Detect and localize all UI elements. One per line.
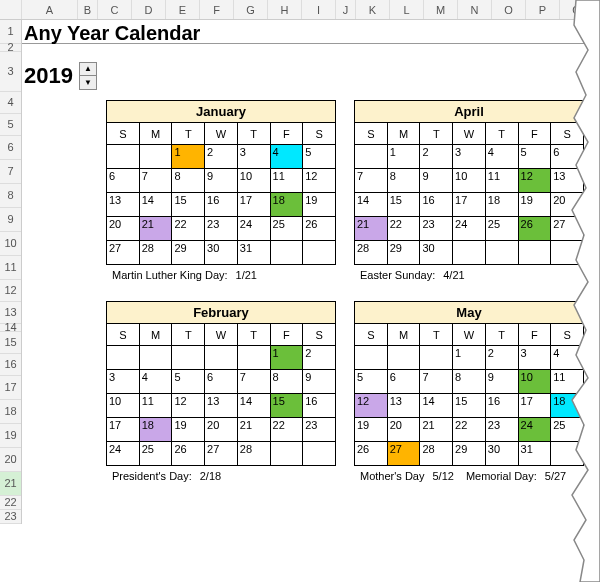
day-cell[interactable]: 7 bbox=[237, 370, 270, 394]
day-cell[interactable]: 20 bbox=[107, 217, 140, 241]
day-cell[interactable]: 15 bbox=[172, 193, 205, 217]
row-header[interactable]: 11 bbox=[0, 256, 21, 280]
day-cell[interactable]: 18 bbox=[551, 394, 584, 418]
day-cell[interactable]: 25 bbox=[485, 217, 518, 241]
day-cell[interactable] bbox=[303, 442, 336, 466]
day-cell[interactable]: 2 bbox=[205, 145, 238, 169]
day-cell[interactable]: 10 bbox=[518, 370, 551, 394]
day-cell[interactable]: 23 bbox=[420, 217, 453, 241]
day-cell[interactable]: 14 bbox=[420, 394, 453, 418]
day-cell[interactable] bbox=[237, 346, 270, 370]
day-cell[interactable]: 15 bbox=[270, 394, 303, 418]
day-cell[interactable]: 20 bbox=[205, 418, 238, 442]
day-cell[interactable]: 17 bbox=[518, 394, 551, 418]
day-cell[interactable]: 6 bbox=[387, 370, 420, 394]
day-cell[interactable]: 6 bbox=[205, 370, 238, 394]
day-cell[interactable]: 27 bbox=[387, 442, 420, 466]
row-header[interactable]: 5 bbox=[0, 114, 21, 136]
day-cell[interactable]: 1 bbox=[387, 145, 420, 169]
day-cell[interactable]: 22 bbox=[172, 217, 205, 241]
row-header[interactable]: 4 bbox=[0, 92, 21, 114]
day-cell[interactable]: 5 bbox=[303, 145, 336, 169]
day-cell[interactable]: 6 bbox=[107, 169, 140, 193]
day-cell[interactable]: 28 bbox=[420, 442, 453, 466]
day-cell[interactable]: 10 bbox=[237, 169, 270, 193]
day-cell[interactable]: 21 bbox=[355, 217, 388, 241]
day-cell[interactable]: 31 bbox=[518, 442, 551, 466]
day-cell[interactable]: 16 bbox=[205, 193, 238, 217]
row-header[interactable]: 19 bbox=[0, 424, 21, 448]
day-cell[interactable]: 16 bbox=[303, 394, 336, 418]
day-cell[interactable]: 13 bbox=[387, 394, 420, 418]
day-cell[interactable]: 28 bbox=[237, 442, 270, 466]
day-cell[interactable]: 4 bbox=[270, 145, 303, 169]
column-header[interactable]: E bbox=[166, 0, 200, 19]
day-cell[interactable]: 20 bbox=[387, 418, 420, 442]
day-cell[interactable]: 23 bbox=[303, 418, 336, 442]
row-header[interactable]: 16 bbox=[0, 354, 21, 376]
day-cell[interactable]: 22 bbox=[270, 418, 303, 442]
day-cell[interactable] bbox=[355, 346, 388, 370]
row-header[interactable]: 6 bbox=[0, 136, 21, 160]
column-header[interactable]: Q bbox=[560, 0, 594, 19]
day-cell[interactable]: 8 bbox=[270, 370, 303, 394]
day-cell[interactable]: 13 bbox=[551, 169, 584, 193]
day-cell[interactable] bbox=[551, 442, 584, 466]
day-cell[interactable]: 18 bbox=[139, 418, 172, 442]
day-cell[interactable]: 23 bbox=[485, 418, 518, 442]
day-cell[interactable]: 5 bbox=[172, 370, 205, 394]
day-cell[interactable]: 19 bbox=[355, 418, 388, 442]
day-cell[interactable]: 1 bbox=[172, 145, 205, 169]
day-cell[interactable]: 20 bbox=[551, 193, 584, 217]
day-cell[interactable]: 27 bbox=[551, 217, 584, 241]
day-cell[interactable]: 22 bbox=[453, 418, 486, 442]
day-cell[interactable]: 25 bbox=[139, 442, 172, 466]
day-cell[interactable]: 27 bbox=[205, 442, 238, 466]
day-cell[interactable]: 12 bbox=[518, 169, 551, 193]
column-header[interactable]: K bbox=[356, 0, 390, 19]
day-cell[interactable]: 19 bbox=[303, 193, 336, 217]
day-cell[interactable] bbox=[205, 346, 238, 370]
day-cell[interactable]: 9 bbox=[420, 169, 453, 193]
day-cell[interactable]: 8 bbox=[172, 169, 205, 193]
day-cell[interactable] bbox=[139, 145, 172, 169]
row-header[interactable]: 14 bbox=[0, 324, 21, 332]
spinner-up-button[interactable]: ▲ bbox=[80, 63, 96, 76]
row-header[interactable]: 3 bbox=[0, 52, 21, 92]
column-header[interactable]: M bbox=[424, 0, 458, 19]
day-cell[interactable] bbox=[518, 241, 551, 265]
column-header[interactable]: I bbox=[302, 0, 336, 19]
column-header[interactable]: A bbox=[22, 0, 78, 19]
row-header[interactable]: 12 bbox=[0, 280, 21, 302]
day-cell[interactable]: 16 bbox=[420, 193, 453, 217]
day-cell[interactable]: 12 bbox=[303, 169, 336, 193]
day-cell[interactable]: 21 bbox=[420, 418, 453, 442]
column-header[interactable]: G bbox=[234, 0, 268, 19]
column-header[interactable]: H bbox=[268, 0, 302, 19]
day-cell[interactable]: 11 bbox=[551, 370, 584, 394]
day-cell[interactable] bbox=[107, 346, 140, 370]
day-cell[interactable]: 31 bbox=[237, 241, 270, 265]
day-cell[interactable]: 17 bbox=[237, 193, 270, 217]
day-cell[interactable]: 4 bbox=[139, 370, 172, 394]
day-cell[interactable]: 29 bbox=[453, 442, 486, 466]
day-cell[interactable]: 14 bbox=[139, 193, 172, 217]
day-cell[interactable] bbox=[551, 241, 584, 265]
day-cell[interactable]: 5 bbox=[355, 370, 388, 394]
day-cell[interactable] bbox=[387, 346, 420, 370]
row-header[interactable]: 21 bbox=[0, 472, 21, 496]
day-cell[interactable]: 2 bbox=[420, 145, 453, 169]
day-cell[interactable]: 29 bbox=[172, 241, 205, 265]
day-cell[interactable] bbox=[303, 241, 336, 265]
day-cell[interactable]: 25 bbox=[551, 418, 584, 442]
day-cell[interactable]: 6 bbox=[551, 145, 584, 169]
day-cell[interactable]: 18 bbox=[270, 193, 303, 217]
day-cell[interactable]: 11 bbox=[485, 169, 518, 193]
day-cell[interactable]: 12 bbox=[355, 394, 388, 418]
day-cell[interactable]: 23 bbox=[205, 217, 238, 241]
day-cell[interactable]: 4 bbox=[551, 346, 584, 370]
day-cell[interactable]: 16 bbox=[485, 394, 518, 418]
row-header[interactable]: 15 bbox=[0, 332, 21, 354]
day-cell[interactable]: 7 bbox=[355, 169, 388, 193]
day-cell[interactable]: 7 bbox=[139, 169, 172, 193]
